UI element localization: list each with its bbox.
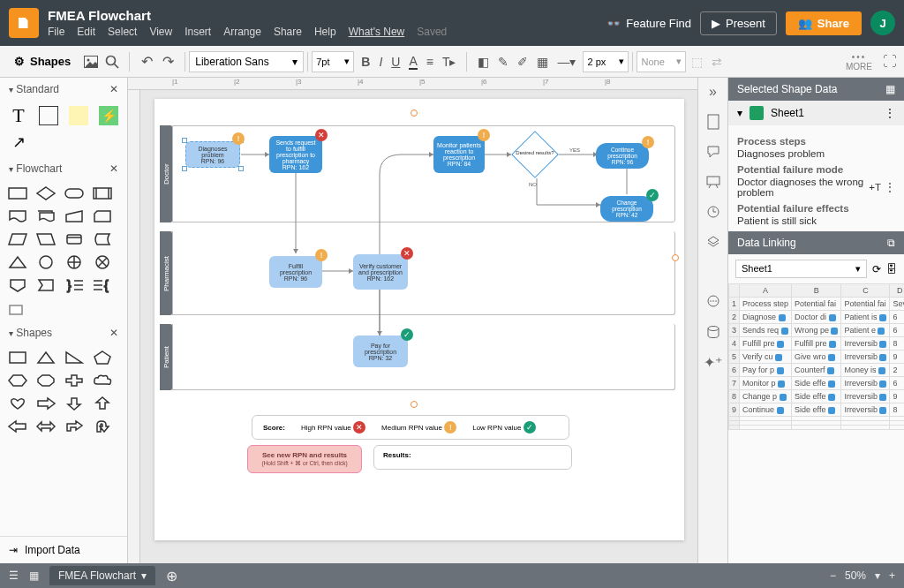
image-icon[interactable] — [83, 54, 99, 70]
user-avatar[interactable]: J — [870, 11, 895, 35]
multi-doc-shape[interactable] — [34, 207, 58, 226]
display-shape[interactable] — [5, 253, 30, 272]
node-change[interactable]: Change prescriptionRPN: 42 — [600, 196, 653, 222]
s-rarrow[interactable] — [34, 394, 58, 413]
add-page-icon[interactable]: ⊕ — [166, 568, 177, 584]
grid-view-icon[interactable]: ▦ — [29, 569, 39, 582]
list-view-icon[interactable]: ☰ — [9, 569, 19, 582]
font-select[interactable]: Liberation Sans▾ — [189, 51, 304, 72]
hotspot-shape[interactable]: ⚡ — [95, 104, 122, 127]
s-plus[interactable] — [62, 371, 87, 390]
anchor-right[interactable] — [672, 254, 679, 261]
menu-select[interactable]: Select — [108, 26, 137, 38]
db-icon[interactable]: 🗄 — [886, 263, 897, 275]
lane-doctor-label[interactable]: Doctor — [160, 125, 172, 222]
s-uturn[interactable] — [90, 417, 115, 436]
sel-handle[interactable] — [182, 138, 187, 143]
node-send[interactable]: Sends request to fulfill prescription to… — [269, 136, 322, 173]
magic-icon[interactable]: ✦⁺ — [704, 353, 722, 371]
s-lrarrow[interactable] — [34, 417, 58, 436]
search-icon[interactable] — [104, 54, 120, 70]
menu-insert[interactable]: Insert — [185, 26, 211, 38]
anchor-bottom[interactable] — [411, 401, 418, 408]
align-icon[interactable]: ≡ — [426, 55, 433, 69]
zoom-out-icon[interactable]: − — [830, 569, 836, 582]
manual-input-shape[interactable] — [62, 207, 87, 226]
s-oct[interactable] — [34, 371, 58, 390]
anchor-top[interactable] — [411, 109, 418, 117]
close-icon[interactable]: ✕ — [109, 162, 118, 175]
brace2-shape[interactable]: { — [90, 275, 115, 295]
collapse-icon[interactable]: » — [704, 83, 722, 101]
shape-opts-icon[interactable]: ▦ — [537, 55, 548, 69]
s-hex[interactable] — [5, 371, 30, 390]
add-text-icon[interactable]: +T — [869, 182, 881, 192]
data-grid[interactable]: ABCD1Process stepPotential faiPotential … — [728, 283, 904, 430]
section-flowchart[interactable]: ▾ Flowchart✕ — [0, 157, 127, 180]
close-icon[interactable]: ✕ — [109, 83, 118, 95]
italic-icon[interactable]: I — [379, 55, 382, 69]
page[interactable]: Doctor Pharmacist Patient YES — [154, 99, 684, 540]
layer-select[interactable]: None▾ — [637, 51, 686, 72]
node-decision[interactable]: Desired results? — [511, 131, 559, 178]
import-data-button[interactable]: ⇥ Import Data — [0, 536, 127, 563]
node-monitor[interactable]: Monitor patients reaction to prescriptio… — [433, 136, 485, 173]
storage-shape[interactable] — [90, 230, 115, 249]
swap-icon[interactable]: ⇄ — [712, 55, 722, 69]
data-shape[interactable] — [5, 230, 30, 249]
or-shape[interactable] — [62, 253, 87, 272]
font-size-select[interactable]: 7pt▾ — [312, 51, 354, 72]
undo-icon[interactable]: ↶ — [139, 54, 154, 70]
sel-handle[interactable] — [238, 166, 244, 171]
zoom-in-icon[interactable]: + — [889, 569, 895, 582]
node-continue[interactable]: Continue prescriptionRPN: 96 — [596, 143, 649, 169]
decision-shape[interactable] — [34, 184, 58, 203]
menu-share[interactable]: Share — [274, 26, 302, 38]
process-shape[interactable] — [5, 184, 30, 203]
node-fulfill[interactable]: Fulfill prescriptionRPN: 96 — [269, 256, 322, 288]
s-tri[interactable] — [34, 348, 58, 367]
s-rtri[interactable] — [62, 348, 87, 367]
zoom-level[interactable]: 50% — [845, 569, 866, 582]
s-heart[interactable] — [5, 394, 30, 413]
page-icon[interactable] — [704, 113, 722, 131]
menu-whats-new[interactable]: What's New — [349, 26, 405, 38]
s-uarrow[interactable] — [90, 394, 115, 413]
underline-icon[interactable]: U — [391, 55, 400, 69]
lane-pharmacist[interactable] — [172, 231, 675, 315]
menu-help[interactable]: Help — [314, 26, 336, 38]
lane-patient[interactable] — [172, 324, 675, 390]
line-width-select[interactable]: 2 px▾ — [583, 51, 629, 72]
s-pent[interactable] — [90, 348, 115, 367]
fullscreen-icon[interactable]: ⛶ — [883, 54, 897, 70]
node-verify[interactable]: Verify customer and prescriptionRPN: 162 — [353, 254, 408, 290]
db-shape[interactable] — [62, 230, 87, 249]
redo-icon[interactable]: ↷ — [160, 54, 176, 70]
data-icon[interactable] — [704, 323, 722, 341]
doc-shape[interactable] — [5, 207, 30, 226]
menu-arrange[interactable]: Arrange — [223, 26, 261, 38]
sel-handle[interactable] — [182, 166, 187, 171]
comment-icon[interactable] — [704, 143, 722, 161]
data2-shape[interactable] — [34, 230, 58, 249]
line-color-icon[interactable]: ✐ — [517, 55, 528, 69]
line-style-icon[interactable]: —▾ — [557, 55, 576, 69]
menu-file[interactable]: File — [48, 26, 64, 38]
menu-view[interactable]: View — [149, 26, 172, 38]
predef-shape[interactable] — [90, 184, 115, 203]
popout-icon[interactable]: ⧉ — [887, 237, 895, 249]
brace-shape[interactable]: } — [62, 275, 87, 295]
document-title[interactable]: FMEA Flowchart — [48, 8, 606, 23]
refresh-icon[interactable]: ⟳ — [872, 263, 881, 275]
s-bend[interactable] — [62, 417, 87, 436]
text-type-icon[interactable]: T▸ — [442, 55, 456, 69]
fill-icon[interactable]: ◧ — [478, 55, 489, 69]
shapes-panel-toggle[interactable]: ⚙ Shapes — [7, 51, 78, 72]
text-shape[interactable]: T — [5, 104, 32, 127]
link-sheet-select[interactable]: Sheet1▾ — [735, 260, 867, 278]
card-shape[interactable] — [90, 207, 115, 226]
layers-icon[interactable] — [704, 233, 722, 251]
section-standard[interactable]: ▾ Standard✕ — [0, 78, 127, 101]
sheet-row[interactable]: ▾ Sheet1 ⋮ — [728, 101, 904, 125]
terminator-shape[interactable] — [62, 184, 87, 203]
